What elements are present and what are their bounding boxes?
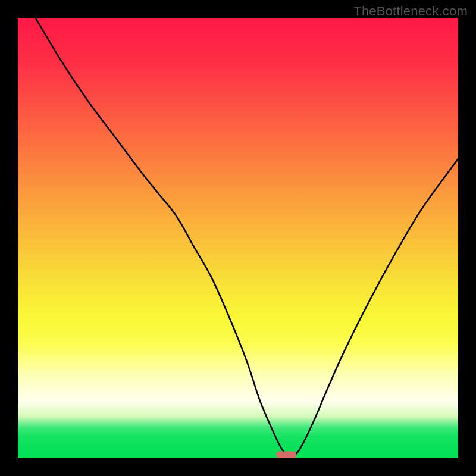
bottleneck-curve-line (36, 18, 458, 456)
optimal-point-marker (276, 452, 296, 458)
chart-frame: TheBottleneck.com (0, 0, 476, 476)
watermark-text: TheBottleneck.com (353, 4, 468, 19)
plot-area (18, 18, 458, 458)
chart-svg (18, 18, 458, 458)
